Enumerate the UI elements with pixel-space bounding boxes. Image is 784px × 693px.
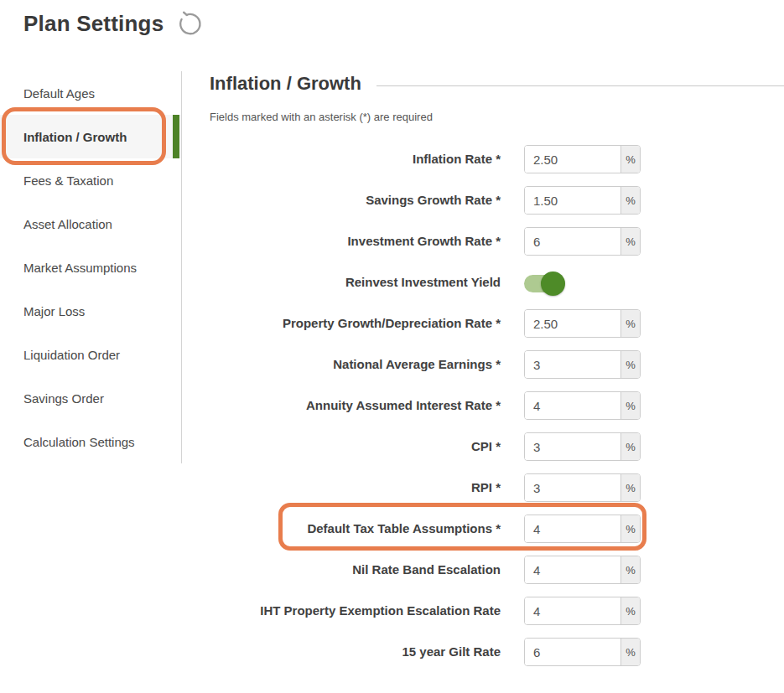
sidebar-item-market-assumptions[interactable]: Market Assumptions (0, 246, 181, 289)
field-label: Nil Rate Band Escalation (210, 562, 501, 577)
sidebar-item-label: Inflation / Growth (23, 130, 127, 144)
form-row-inflation-rate: Inflation Rate *% (210, 145, 784, 173)
form-row-property-growth-depreciation-rate: Property Growth/Depreciation Rate *% (210, 309, 784, 338)
sidebar-item-asset-allocation[interactable]: Asset Allocation (0, 202, 181, 246)
field-label: Annuity Assumed Interest Rate * (210, 398, 501, 412)
percent-suffix: % (620, 433, 640, 460)
form-row-iht-property-exemption-escalation-rate: IHT Property Exemption Escalation Rate% (210, 597, 784, 625)
input-group: % (524, 227, 641, 256)
input-group: % (524, 556, 641, 584)
field-input[interactable] (525, 228, 620, 255)
sidebar-item-label: Major Loss (23, 304, 85, 318)
sidebar-item-liquidation-order[interactable]: Liquidation Order (0, 333, 181, 376)
field-label: Investment Growth Rate * (210, 234, 501, 248)
field-input[interactable] (525, 474, 620, 501)
field-label: Property Growth/Depreciation Rate * (210, 316, 501, 330)
settings-form: Inflation Rate *%Savings Growth Rate *%I… (210, 145, 784, 666)
input-group: % (524, 145, 641, 173)
sidebar-item-savings-order[interactable]: Savings Order (0, 376, 181, 420)
sidebar-item-label: Calculation Settings (23, 435, 135, 449)
field-input[interactable] (525, 187, 620, 214)
plan-settings-page: Plan Settings Default AgesInflation / Gr… (0, 0, 784, 693)
field-label: Default Tax Table Assumptions * (210, 521, 501, 535)
page-header: Plan Settings (23, 10, 202, 37)
sidebar-item-label: Savings Order (23, 391, 104, 406)
sidebar-item-fees-taxation[interactable]: Fees & Taxation (0, 158, 181, 202)
sidebar-nav: Default AgesInflation / GrowthFees & Tax… (0, 71, 182, 463)
refresh-icon (176, 11, 202, 37)
form-row-investment-growth-rate: Investment Growth Rate *% (210, 227, 784, 256)
percent-suffix: % (620, 515, 640, 542)
field-input[interactable] (525, 597, 620, 624)
percent-suffix: % (620, 392, 640, 419)
settings-panel: Inflation / Growth Fields marked with an… (210, 71, 784, 679)
form-row-annuity-assumed-interest-rate: Annuity Assumed Interest Rate *% (210, 391, 784, 420)
sidebar-item-label: Fees & Taxation (23, 173, 113, 188)
field-label: National Average Earnings * (210, 357, 501, 371)
form-row-reinvest-investment-yield: Reinvest Investment Yield (210, 268, 784, 297)
input-group: % (524, 350, 641, 379)
field-input[interactable] (525, 515, 620, 542)
field-input[interactable] (525, 556, 620, 583)
sidebar-item-default-ages[interactable]: Default Ages (0, 71, 181, 115)
sidebar-item-label: Default Ages (23, 86, 95, 101)
percent-suffix: % (620, 228, 640, 255)
toggle-knob (541, 272, 565, 296)
percent-suffix: % (620, 146, 640, 173)
sidebar-item-calculation-settings[interactable]: Calculation Settings (0, 420, 181, 463)
sidebar-item-inflation-growth[interactable]: Inflation / Growth (0, 115, 181, 158)
field-input[interactable] (525, 351, 620, 378)
form-row-savings-growth-rate: Savings Growth Rate *% (210, 186, 784, 215)
field-label: 15 year Gilt Rate (210, 644, 501, 659)
field-label: RPI * (210, 480, 501, 494)
sidebar-item-major-loss[interactable]: Major Loss (0, 289, 181, 333)
field-input[interactable] (525, 639, 620, 665)
field-label: IHT Property Exemption Escalation Rate (210, 603, 501, 618)
input-group: % (524, 309, 641, 338)
field-label: Reinvest Investment Yield (210, 275, 501, 289)
percent-suffix: % (620, 474, 640, 501)
input-group: % (524, 515, 641, 543)
percent-suffix: % (620, 187, 640, 214)
input-group: % (524, 638, 641, 666)
required-fields-note: Fields marked with an asterisk (*) are r… (210, 111, 784, 123)
field-input[interactable] (525, 433, 620, 460)
active-indicator-bar (173, 115, 179, 158)
sidebar-item-label: Asset Allocation (23, 217, 112, 231)
form-row-rpi: RPI *% (210, 473, 784, 502)
page-title: Plan Settings (23, 11, 164, 37)
field-label: Savings Growth Rate * (210, 193, 501, 207)
form-row-nil-rate-band-escalation: Nil Rate Band Escalation% (210, 556, 784, 584)
field-input[interactable] (525, 310, 620, 337)
heading-divider (376, 85, 784, 86)
input-group: % (524, 186, 641, 215)
panel-title: Inflation / Growth (210, 73, 361, 95)
percent-suffix: % (620, 310, 640, 337)
input-group: % (524, 432, 641, 461)
percent-suffix: % (620, 639, 640, 665)
input-group: % (524, 597, 641, 625)
form-row-15-year-gilt-rate: 15 year Gilt Rate% (210, 638, 784, 666)
form-row-default-tax-table-assumptions: Default Tax Table Assumptions *% (210, 515, 784, 543)
form-row-national-average-earnings: National Average Earnings *% (210, 350, 784, 379)
field-input[interactable] (525, 146, 620, 173)
percent-suffix: % (620, 351, 640, 378)
toggle-switch[interactable] (524, 275, 563, 292)
sidebar-item-label: Market Assumptions (23, 261, 137, 275)
panel-header: Inflation / Growth (210, 71, 784, 96)
field-label: Inflation Rate * (210, 152, 501, 166)
percent-suffix: % (620, 597, 640, 624)
percent-suffix: % (620, 556, 640, 583)
field-input[interactable] (525, 392, 620, 419)
field-label: CPI * (210, 439, 501, 453)
refresh-button[interactable] (175, 10, 202, 37)
sidebar-item-label: Liquidation Order (23, 348, 120, 362)
input-group: % (524, 473, 641, 502)
form-row-cpi: CPI *% (210, 432, 784, 461)
input-group: % (524, 391, 641, 420)
